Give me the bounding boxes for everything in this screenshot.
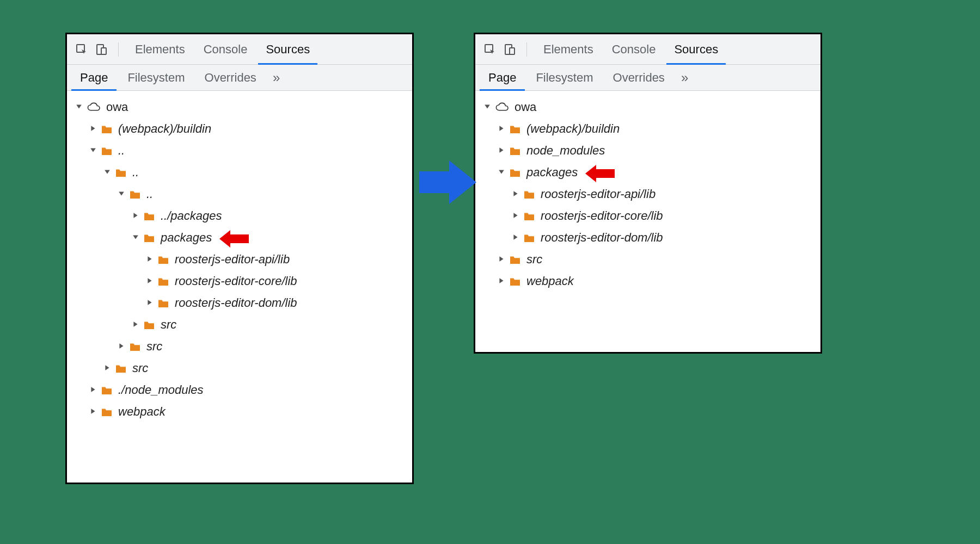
- tree-row[interactable]: roosterjs-editor-core/lib: [479, 205, 817, 227]
- tree-item-label: node_modules: [526, 144, 605, 158]
- devtools-panel-after: Elements Console Sources Page Filesystem…: [474, 33, 822, 354]
- tree-row[interactable]: webpack: [479, 270, 817, 292]
- tree-row[interactable]: roosterjs-editor-dom/lib: [70, 292, 409, 314]
- svg-marker-14: [133, 322, 137, 327]
- folder-icon: [157, 276, 169, 286]
- tree-row[interactable]: src: [70, 336, 409, 357]
- disclosure-triangle-right-icon[interactable]: [104, 364, 112, 372]
- tab-console[interactable]: Console: [604, 34, 664, 64]
- tab-elements-label: Elements: [543, 42, 593, 57]
- subtab-page[interactable]: Page: [480, 65, 525, 90]
- svg-marker-26: [585, 165, 615, 182]
- tree-row[interactable]: packages: [479, 162, 817, 183]
- disclosure-triangle-right-icon[interactable]: [498, 277, 506, 285]
- tree-item-label: roosterjs-editor-core/lib: [175, 274, 297, 288]
- tree-row[interactable]: roosterjs-editor-api/lib: [479, 183, 817, 205]
- tree-item-label: owa: [106, 100, 128, 114]
- folder-icon: [101, 146, 113, 156]
- tree-row[interactable]: ..: [70, 162, 409, 183]
- subtab-page[interactable]: Page: [71, 65, 117, 90]
- tree-row[interactable]: (webpack)/buildin: [70, 118, 409, 140]
- subtab-filesystem[interactable]: Filesystem: [527, 65, 602, 90]
- disclosure-triangle-right-icon[interactable]: [90, 125, 97, 133]
- disclosure-triangle-down-icon[interactable]: [484, 103, 492, 111]
- svg-rect-2: [101, 48, 106, 54]
- subtab-filesystem[interactable]: Filesystem: [119, 65, 193, 90]
- tree-row[interactable]: owa: [479, 96, 817, 118]
- tree-row[interactable]: src: [70, 357, 409, 379]
- svg-marker-31: [499, 278, 503, 283]
- disclosure-triangle-down-icon[interactable]: [90, 147, 97, 154]
- disclosure-triangle-down-icon[interactable]: [118, 190, 126, 198]
- tree-item-label: roosterjs-editor-api/lib: [541, 187, 656, 201]
- disclosure-triangle-down-icon[interactable]: [132, 234, 140, 242]
- disclosure-triangle-right-icon[interactable]: [146, 277, 154, 285]
- folder-icon: [523, 233, 535, 243]
- tree-row[interactable]: (webpack)/buildin: [479, 118, 817, 140]
- subtab-filesystem-label: Filesystem: [536, 71, 593, 85]
- subtab-more-icon[interactable]: »: [676, 70, 694, 85]
- inspect-element-icon[interactable]: [482, 41, 498, 58]
- subtab-overrides[interactable]: Overrides: [604, 65, 673, 90]
- svg-marker-12: [148, 278, 151, 283]
- disclosure-triangle-right-icon[interactable]: [90, 386, 97, 394]
- disclosure-triangle-right-icon[interactable]: [498, 147, 506, 154]
- disclosure-triangle-right-icon[interactable]: [512, 190, 520, 198]
- toolbar-separator: [526, 42, 527, 57]
- tree-item-label: ../packages: [161, 209, 222, 223]
- tree-row[interactable]: ./node_modules: [70, 379, 409, 401]
- disclosure-triangle-right-icon[interactable]: [146, 256, 154, 263]
- disclosure-triangle-right-icon[interactable]: [132, 321, 140, 329]
- subtab-more-icon[interactable]: »: [267, 70, 285, 85]
- tree-item-label: ..: [146, 187, 153, 201]
- tab-elements[interactable]: Elements: [127, 34, 193, 64]
- disclosure-triangle-right-icon[interactable]: [498, 256, 506, 263]
- tree-item-label: src: [161, 318, 176, 332]
- tree-row[interactable]: roosterjs-editor-dom/lib: [479, 227, 817, 249]
- tree-row[interactable]: roosterjs-editor-api/lib: [70, 249, 409, 270]
- svg-marker-4: [91, 126, 95, 131]
- tree-row[interactable]: owa: [70, 96, 409, 118]
- disclosure-triangle-down-icon[interactable]: [76, 103, 83, 111]
- subtab-page-label: Page: [80, 71, 108, 85]
- svg-marker-22: [485, 104, 490, 108]
- folder-icon: [509, 124, 521, 134]
- svg-marker-24: [499, 147, 503, 153]
- svg-marker-5: [90, 148, 96, 152]
- tree-item-label: ./node_modules: [118, 383, 204, 397]
- disclosure-triangle-down-icon[interactable]: [104, 169, 112, 176]
- device-toggle-icon[interactable]: [501, 41, 518, 58]
- tree-item-label: src: [132, 361, 148, 375]
- tree-row[interactable]: ../packages: [70, 205, 409, 227]
- tree-row[interactable]: webpack: [70, 401, 409, 423]
- disclosure-triangle-right-icon[interactable]: [118, 343, 126, 350]
- svg-marker-11: [148, 256, 151, 262]
- disclosure-triangle-right-icon[interactable]: [146, 299, 154, 307]
- tree-row[interactable]: packages: [70, 227, 409, 249]
- tree-row[interactable]: src: [70, 314, 409, 336]
- disclosure-triangle-down-icon[interactable]: [498, 169, 506, 176]
- disclosure-triangle-right-icon[interactable]: [90, 408, 97, 416]
- disclosure-triangle-right-icon[interactable]: [498, 125, 506, 133]
- tab-console[interactable]: Console: [196, 34, 255, 64]
- inspect-element-icon[interactable]: [74, 41, 90, 58]
- tab-elements[interactable]: Elements: [536, 34, 601, 64]
- tree-item-label: roosterjs-editor-dom/lib: [175, 296, 297, 310]
- disclosure-triangle-right-icon[interactable]: [512, 212, 520, 220]
- svg-marker-9: [133, 235, 138, 239]
- folder-icon: [101, 385, 113, 395]
- tree-row[interactable]: node_modules: [479, 140, 817, 162]
- disclosure-triangle-right-icon[interactable]: [512, 234, 520, 242]
- tab-sources[interactable]: Sources: [666, 34, 726, 64]
- tree-row[interactable]: roosterjs-editor-core/lib: [70, 270, 409, 292]
- annotation-blue-arrow: [419, 158, 479, 210]
- tree-row[interactable]: ..: [70, 140, 409, 162]
- tree-item-label: roosterjs-editor-dom/lib: [541, 231, 663, 245]
- device-toggle-icon[interactable]: [93, 41, 109, 58]
- tree-row[interactable]: src: [479, 249, 817, 270]
- tab-sources[interactable]: Sources: [258, 34, 317, 64]
- svg-marker-23: [499, 126, 503, 131]
- subtab-overrides[interactable]: Overrides: [196, 65, 265, 90]
- disclosure-triangle-right-icon[interactable]: [132, 212, 140, 220]
- tree-row[interactable]: ..: [70, 183, 409, 205]
